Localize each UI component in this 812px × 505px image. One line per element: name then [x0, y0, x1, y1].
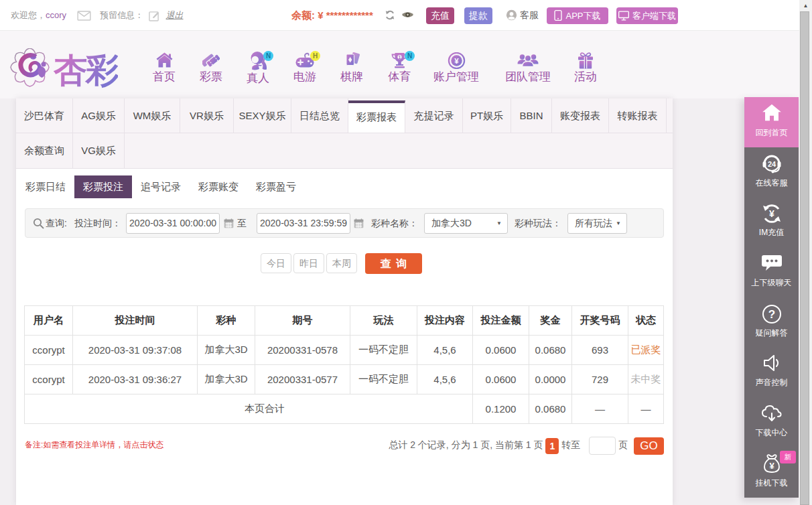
svg-text:24: 24: [767, 159, 776, 167]
svg-text:?: ?: [768, 308, 774, 321]
svg-text:¥: ¥: [454, 57, 459, 65]
svg-text:1: 1: [398, 55, 401, 60]
svg-text:¥: ¥: [769, 461, 774, 471]
svg-text:¥: ¥: [769, 208, 774, 219]
